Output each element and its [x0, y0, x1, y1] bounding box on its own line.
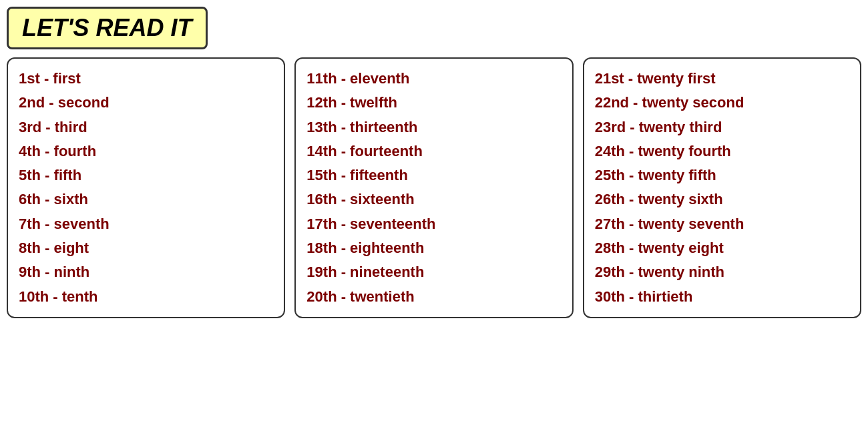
- ordinal-item: 23rd - twenty third: [595, 115, 849, 139]
- ordinal-item: 24th - twenty fourth: [595, 139, 849, 163]
- ordinal-item: 2nd - second: [19, 91, 273, 115]
- ordinal-item: 3rd - third: [19, 115, 273, 139]
- ordinal-item: 17th - seventeenth: [306, 212, 561, 236]
- column-1: 1st - first2nd - second3rd - third4th - …: [7, 57, 285, 318]
- ordinal-item: 7th - seventh: [19, 212, 273, 236]
- ordinal-item: 16th - sixteenth: [306, 187, 561, 211]
- ordinal-item: 9th - ninth: [19, 260, 273, 284]
- ordinal-item: 12th - twelfth: [306, 91, 561, 115]
- ordinal-item: 14th - fourteenth: [306, 139, 561, 163]
- ordinal-item: 27th - twenty seventh: [595, 212, 849, 236]
- ordinal-item: 29th - twenty ninth: [595, 260, 849, 284]
- ordinal-item: 18th - eighteenth: [306, 236, 561, 260]
- ordinal-item: 21st - twenty first: [595, 67, 849, 91]
- ordinal-item: 28th - twenty eight: [595, 236, 849, 260]
- ordinal-item: 25th - twenty fifth: [595, 163, 849, 187]
- ordinal-item: 22nd - twenty second: [595, 91, 849, 115]
- ordinal-item: 15th - fifteenth: [306, 163, 561, 187]
- ordinal-item: 8th - eight: [19, 236, 273, 260]
- ordinal-item: 19th - nineteenth: [306, 260, 561, 284]
- ordinal-item: 10th - tenth: [19, 285, 273, 309]
- ordinal-item: 13th - thirteenth: [306, 115, 561, 139]
- column-2: 11th - eleventh12th - twelfth13th - thir…: [294, 57, 573, 318]
- column-3: 21st - twenty first22nd - twenty second …: [583, 57, 861, 318]
- columns-container: 1st - first2nd - second3rd - third4th - …: [7, 57, 861, 318]
- ordinal-item: 20th - twentieth: [306, 285, 561, 309]
- page-title: LET'S READ IT: [7, 7, 208, 49]
- ordinal-item: 5th - fifth: [19, 163, 273, 187]
- ordinal-item: 11th - eleventh: [306, 67, 561, 91]
- ordinal-item: 30th - thirtieth: [595, 285, 849, 309]
- ordinal-item: 6th - sixth: [19, 187, 273, 211]
- ordinal-item: 26th - twenty sixth: [595, 187, 849, 211]
- ordinal-item: 1st - first: [19, 67, 273, 91]
- ordinal-item: 4th - fourth: [19, 139, 273, 163]
